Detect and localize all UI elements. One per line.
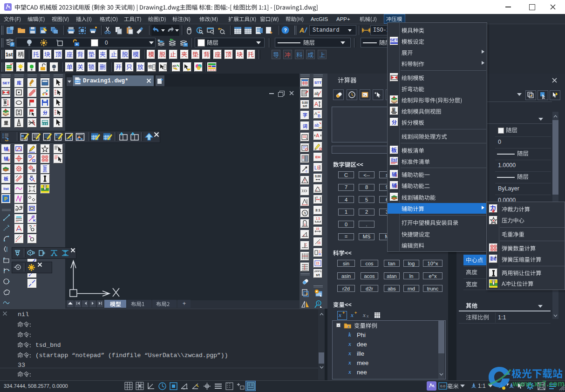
svg-text:B: B: [318, 114, 320, 118]
svg-text:1.5: 1.5: [316, 217, 320, 220]
svg-text:A: A: [314, 101, 318, 108]
svg-text:°: °: [319, 187, 320, 189]
svg-text:x: x: [347, 324, 350, 329]
svg-text:N: N: [303, 211, 306, 216]
svg-text:里: 里: [391, 108, 396, 112]
svg-text:ab: ab: [172, 64, 177, 68]
svg-text:0: 0: [316, 196, 318, 199]
svg-text:A: A: [300, 27, 304, 34]
svg-text:c: c: [306, 169, 307, 173]
svg-text:K: K: [33, 218, 36, 223]
svg-text:1: 1: [318, 302, 320, 305]
svg-text:0.0: 0.0: [440, 384, 445, 388]
svg-text:ab: ab: [148, 64, 152, 68]
svg-text:15: 15: [316, 227, 320, 230]
svg-text:15: 15: [316, 262, 320, 265]
svg-text:A: A: [314, 111, 317, 116]
svg-text:2:1: 2:1: [319, 250, 322, 253]
svg-text:DWG: DWG: [75, 81, 81, 83]
svg-text:ab: ab: [314, 123, 319, 128]
svg-text:P: P: [4, 196, 7, 202]
svg-text:15: 15: [317, 241, 321, 244]
svg-text:?: ?: [284, 27, 287, 33]
svg-text:A: A: [316, 133, 320, 138]
svg-text:st: st: [316, 273, 320, 277]
